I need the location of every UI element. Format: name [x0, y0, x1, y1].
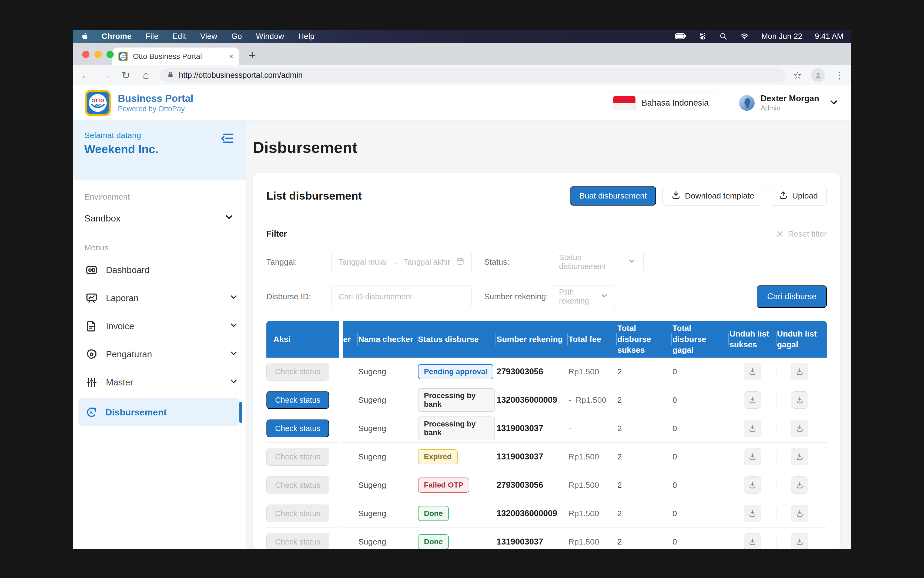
sidebar-collapse-icon[interactable] — [220, 132, 234, 145]
sidebar-item-disbursement[interactable]: $Disbursement — [78, 398, 240, 426]
bookmark-star-icon[interactable]: ☆ — [793, 70, 802, 81]
address-bar[interactable]: http://ottobusinessportal.com/admin — [160, 68, 785, 82]
user-menu-chevron-icon[interactable] — [828, 97, 839, 109]
check-status-button[interactable]: Check status — [266, 391, 329, 409]
header-divider — [728, 91, 728, 115]
download-list-gagal-button[interactable] — [791, 476, 809, 494]
checker-cell: Sugeng — [358, 395, 416, 404]
check-status-button[interactable]: Check status — [266, 476, 329, 494]
menubar-item-chrome[interactable]: Chrome — [102, 32, 132, 41]
column-maker-fragment: er — [343, 334, 357, 345]
download-list-gagal-button[interactable] — [791, 448, 809, 465]
download-list-gagal-button[interactable] — [791, 391, 809, 409]
tanggal-end-placeholder: Tanggal akhir — [404, 258, 450, 266]
download-list-sukses-button[interactable] — [744, 391, 761, 409]
status-label: Status: — [484, 257, 552, 266]
download-template-button[interactable]: Download template — [663, 186, 763, 206]
download-icon — [796, 367, 804, 376]
sidebar-item-invoice[interactable]: Invoice — [73, 312, 245, 340]
check-status-button[interactable]: Check status — [266, 533, 329, 549]
sumber-rekening-select[interactable]: Pilih rekening — [552, 285, 616, 308]
browser-tab[interactable]: OTTOPAY Otto Business Portal × — [112, 47, 239, 65]
user-avatar[interactable] — [739, 95, 755, 111]
lock-icon — [167, 71, 174, 80]
total-fee-cell: Rp1.500 — [568, 367, 616, 376]
total-sukses-cell: 2 — [617, 481, 671, 490]
menubar-time[interactable]: 9:41 AM — [815, 32, 843, 41]
check-status-button[interactable]: Check status — [266, 448, 329, 466]
sidebar-item-pengaturan[interactable]: Pengaturan — [73, 340, 245, 369]
macbook-screen: Chrome File Edit View Go Window Help Mon… — [73, 30, 851, 549]
sidebar-item-label: Dashboard — [106, 265, 149, 275]
download-list-gagal-button[interactable] — [791, 505, 809, 522]
status-badge: Processing by bank — [418, 416, 495, 440]
date-range-input[interactable]: Tanggal mulai → Tanggal akhir — [331, 251, 472, 273]
forward-icon[interactable]: → — [100, 70, 112, 81]
download-icon — [748, 537, 757, 546]
download-list-gagal-button[interactable] — [791, 420, 809, 437]
new-tab-button[interactable]: + — [248, 47, 256, 63]
close-window-button[interactable] — [82, 51, 89, 58]
language-button[interactable]: Bahasa Indonesia — [605, 92, 717, 114]
welcome-box: Selamat datang Weekend Inc. — [73, 120, 245, 180]
filter-title: Filter — [266, 229, 287, 239]
calendar-icon — [456, 257, 464, 267]
menubar-item-edit[interactable]: Edit — [172, 32, 186, 41]
status-select[interactable]: Status disbursement — [552, 251, 643, 273]
cari-disburse-button[interactable]: Cari disburse — [757, 285, 827, 308]
check-status-button[interactable]: Check status — [266, 363, 329, 381]
download-icon — [748, 481, 757, 489]
main-content: Disbursement List disbursement Buat disb… — [246, 120, 851, 549]
sidebar-item-laporan[interactable]: Laporan — [73, 284, 245, 312]
disburse-id-label: Disburse ID: — [266, 292, 331, 301]
check-status-button[interactable]: Check status — [266, 505, 329, 522]
download-list-sukses-button[interactable] — [744, 448, 761, 465]
welcome-label: Selamat datang — [84, 131, 234, 140]
menubar-item-help[interactable]: Help — [298, 32, 315, 41]
sidebar-item-dashboard[interactable]: Dashboard — [73, 256, 245, 284]
home-icon[interactable]: ⌂ — [140, 70, 152, 81]
checker-cell: Sugeng — [358, 537, 416, 546]
wifi-icon[interactable] — [740, 32, 749, 40]
create-disbursement-button[interactable]: Buat disbursement — [570, 186, 656, 206]
download-list-sukses-button[interactable] — [744, 505, 761, 522]
download-list-sukses-button[interactable] — [744, 533, 761, 549]
reset-filter-button[interactable]: Reset filter — [776, 229, 827, 239]
url-text: http://ottobusinessportal.com/admin — [179, 71, 303, 80]
download-list-gagal-button[interactable] — [791, 363, 809, 380]
reload-icon[interactable]: ↻ — [120, 70, 132, 81]
tab-close-icon[interactable]: × — [229, 52, 234, 61]
check-status-button[interactable]: Check status — [266, 419, 329, 437]
ottopay-logo: OTTOPAY — [85, 90, 111, 116]
zoom-window-button[interactable] — [106, 51, 114, 58]
browser-profile-icon[interactable] — [811, 68, 825, 82]
sidebar-item-master[interactable]: Master — [73, 369, 245, 396]
spotlight-icon[interactable] — [719, 32, 728, 40]
browser-tabstrip: OTTOPAY Otto Business Portal × + — [73, 43, 851, 65]
menubar-item-window[interactable]: Window — [256, 32, 284, 41]
upload-button[interactable]: Upload — [770, 186, 827, 206]
upload-icon — [779, 190, 788, 201]
environment-select[interactable]: Sandbox — [73, 205, 245, 231]
menubar-date[interactable]: Mon Jun 22 — [762, 32, 802, 41]
battery-icon[interactable] — [675, 33, 686, 39]
download-list-sukses-button[interactable] — [744, 476, 761, 494]
download-list-sukses-button[interactable] — [744, 420, 761, 437]
menubar-item-go[interactable]: Go — [231, 32, 242, 41]
checker-cell: Sugeng — [358, 367, 416, 376]
download-list-sukses-button[interactable] — [744, 363, 761, 380]
control-center-icon[interactable] — [699, 32, 707, 40]
browser-menu-icon[interactable]: ⋮ — [834, 70, 844, 81]
back-icon[interactable]: ← — [80, 70, 92, 81]
download-list-gagal-button[interactable] — [791, 533, 809, 549]
svg-text:OTTO: OTTO — [121, 55, 126, 57]
total-gagal-cell: 0 — [672, 452, 728, 461]
report-icon — [85, 292, 98, 304]
menubar-item-file[interactable]: File — [146, 32, 159, 41]
download-icon — [796, 452, 804, 461]
apple-menu-icon[interactable] — [81, 32, 90, 41]
disburse-id-input[interactable]: Cari ID disbursement — [331, 285, 472, 308]
minimize-window-button[interactable] — [94, 51, 102, 58]
sidebar: Selamat datang Weekend Inc. Environment … — [73, 120, 246, 549]
menubar-item-view[interactable]: View — [200, 32, 217, 41]
